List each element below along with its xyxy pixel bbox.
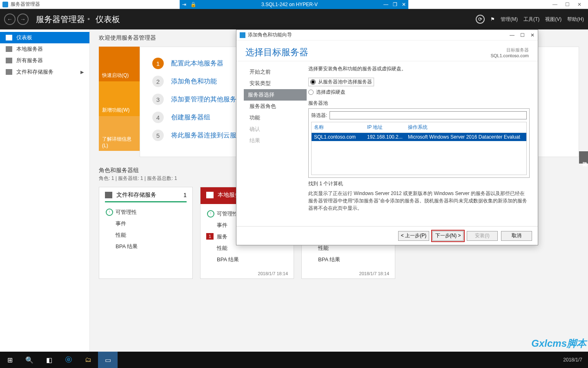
card-line[interactable]: BPA 结果 xyxy=(206,254,288,265)
sidebar-item-all[interactable]: 所有服务器 xyxy=(0,55,89,66)
wizard-nav: 开始之前 安装类型 服务器选择 服务器角色 功能 确认 结果 xyxy=(236,61,307,226)
card-line[interactable]: 可管理性 xyxy=(105,206,187,218)
menu-tools[interactable]: 工具(T) xyxy=(523,16,539,23)
card-line[interactable]: BPA 结果 xyxy=(105,241,187,252)
ie-icon[interactable]: ⓔ xyxy=(59,352,78,368)
vm-title: 3.SQL1-242 on HYPER-V xyxy=(198,2,381,7)
vm-connection-bar: ⇥ 🔒 3.SQL1-242 on HYPER-V — ❐ ✕ xyxy=(180,0,408,9)
server-grid[interactable]: 名称 IP 地址 操作系统 SQL1.contoso.com 192.168.1… xyxy=(311,122,527,175)
vm-restore-icon[interactable]: ❐ xyxy=(390,0,399,9)
wizard-nav-item: 确认 xyxy=(245,123,307,135)
sm-title: 服务器管理器 xyxy=(36,14,85,25)
pool-label: 服务器池 xyxy=(308,100,530,107)
wizard-heading: 选择目标服务器 xyxy=(245,46,308,58)
server-icon xyxy=(6,46,12,52)
taskbar-clock[interactable]: 2018/1/7 xyxy=(557,357,588,363)
hide-button[interactable]: 隐藏 xyxy=(579,151,588,164)
found-text: 找到 1 个计算机 xyxy=(308,180,530,187)
filter-label: 筛选器: xyxy=(311,112,327,119)
breadcrumb-sep: • xyxy=(87,15,90,24)
flag-icon[interactable]: ⚑ xyxy=(490,16,495,22)
card-count: 1 xyxy=(183,192,187,198)
sidebar-item-storage[interactable]: 文件和存储服务▶ xyxy=(0,66,89,78)
tile-label: 了解详细信息(L) xyxy=(102,136,136,148)
pool-box: 筛选器: 名称 IP 地址 操作系统 SQL1.contoso.com 192.… xyxy=(308,108,530,178)
nav-forward-button: → xyxy=(17,13,29,25)
sm-header: ← → 服务器管理器 • 仪表板 ⟳ ⚑ 管理(M) 工具(T) 视图(V) 帮… xyxy=(0,9,588,29)
sidebar-item-label: 文件和存储服务 xyxy=(16,68,53,76)
prev-button[interactable]: < 上一步(P) xyxy=(398,231,429,241)
radio-server-pool[interactable]: 从服务器池中选择服务器 xyxy=(308,78,374,86)
taskview-icon[interactable]: ◧ xyxy=(39,352,59,368)
wizard-nav-item[interactable]: 服务器角色 xyxy=(245,101,307,112)
install-button: 安装(I) xyxy=(467,231,498,241)
search-icon[interactable]: 🔍 xyxy=(20,352,39,368)
pushpin-icon[interactable]: ⇥ xyxy=(180,0,189,9)
card-time: 2018/1/7 18:14 xyxy=(206,271,288,276)
wizard-titlebar: 添加角色和功能向导 — ☐ ✕ xyxy=(236,30,538,40)
menu-help[interactable]: 帮助(H) xyxy=(567,16,584,23)
vm-close-icon[interactable]: ✕ xyxy=(399,0,408,9)
wizard-close-icon[interactable]: ✕ xyxy=(530,32,535,38)
wizard-nav-item: 结果 xyxy=(245,135,307,146)
card-time: 2018/1/7 18:14 xyxy=(307,271,389,276)
wizard-title: 添加角色和功能向导 xyxy=(248,31,292,38)
filter-input[interactable] xyxy=(330,111,527,119)
wizard-maximize-icon[interactable]: ☐ xyxy=(520,32,525,38)
dashboard-icon xyxy=(6,35,12,40)
card-line[interactable]: BPA 结果 xyxy=(307,254,389,265)
col-name[interactable]: 名称 xyxy=(314,124,367,131)
wizard-nav-item[interactable]: 安装类型 xyxy=(245,78,307,89)
watermark: Gxlcms脚本 xyxy=(531,337,586,350)
dest-label: 目标服务器 xyxy=(490,47,529,53)
card-line[interactable]: 性能 xyxy=(105,229,187,241)
col-os[interactable]: 操作系统 xyxy=(408,124,428,131)
sidebar-item-label: 所有服务器 xyxy=(16,57,43,64)
tile-whatsnew[interactable]: 新增功能(W) xyxy=(99,81,140,116)
card-title: 文件和存储服务 xyxy=(116,191,156,199)
card-storage[interactable]: 文件和存储服务1 可管理性 事件 性能 BPA 结果 xyxy=(99,187,193,279)
nav-back-button[interactable]: ← xyxy=(4,13,16,25)
taskbar: ⊞ 🔍 ◧ ⓔ 🗂 ▭ 2018/1/7 xyxy=(0,352,588,368)
sidebar-item-label: 本地服务器 xyxy=(16,45,43,53)
wizard-nav-item-selected[interactable]: 服务器选择 xyxy=(244,89,307,101)
server-row[interactable]: SQL1.contoso.com 192.168.100.2... Micros… xyxy=(312,133,526,141)
sidebar-item-label: 仪表板 xyxy=(16,34,32,41)
card-line[interactable]: 事件 xyxy=(105,218,187,229)
sidebar-item-local[interactable]: 本地服务器 xyxy=(0,43,89,55)
wizard-nav-item[interactable]: 功能 xyxy=(245,112,307,123)
lock-icon[interactable]: 🔒 xyxy=(189,0,198,9)
tile-learnmore[interactable]: 了解详细信息(L) xyxy=(99,116,140,151)
cell-os: Microsoft Windows Server 2016 Datacenter… xyxy=(408,134,520,140)
radio-vhd[interactable]: 选择虚拟硬盘 xyxy=(308,89,530,96)
breadcrumb: 仪表板 xyxy=(96,14,120,25)
menu-manage[interactable]: 管理(M) xyxy=(501,16,518,23)
app-icon xyxy=(2,2,8,7)
cell-ip: 192.168.100.2... xyxy=(367,134,408,140)
maximize-icon[interactable]: ☐ xyxy=(561,2,573,7)
servers-icon xyxy=(6,58,12,63)
vm-minimize-icon[interactable]: — xyxy=(381,0,390,9)
chevron-right-icon: ▶ xyxy=(80,70,84,75)
tile-label: 快速启动(Q) xyxy=(102,72,129,79)
explorer-icon[interactable]: 🗂 xyxy=(78,352,98,368)
tile-quickstart[interactable]: 快速启动(Q) xyxy=(99,47,140,81)
menu-view[interactable]: 视图(V) xyxy=(545,16,561,23)
close-icon[interactable]: ✕ xyxy=(573,2,586,7)
radio-label: 从服务器池中选择服务器 xyxy=(318,79,372,85)
cancel-button[interactable]: 取消 xyxy=(501,231,532,241)
sidebar-item-dashboard[interactable]: 仪表板 xyxy=(0,32,89,43)
wizard-icon xyxy=(240,32,245,38)
wizard-nav-item[interactable]: 开始之前 xyxy=(245,66,307,78)
server-manager-taskbar-icon[interactable]: ▭ xyxy=(98,352,118,368)
refresh-icon[interactable]: ⟳ xyxy=(476,15,485,24)
minimize-icon[interactable]: — xyxy=(549,2,561,7)
server-icon xyxy=(206,192,214,198)
start-button[interactable]: ⊞ xyxy=(0,352,20,368)
col-ip[interactable]: IP 地址 xyxy=(367,124,408,131)
cell-name: SQL1.contoso.com xyxy=(314,134,367,140)
next-button[interactable]: 下一步(N) > xyxy=(432,231,463,241)
wizard-footer: < 上一步(P) 下一步(N) > 安装(I) 取消 xyxy=(236,226,538,245)
wizard-minimize-icon[interactable]: — xyxy=(510,32,514,38)
app-title: 服务器管理器 xyxy=(11,1,40,8)
